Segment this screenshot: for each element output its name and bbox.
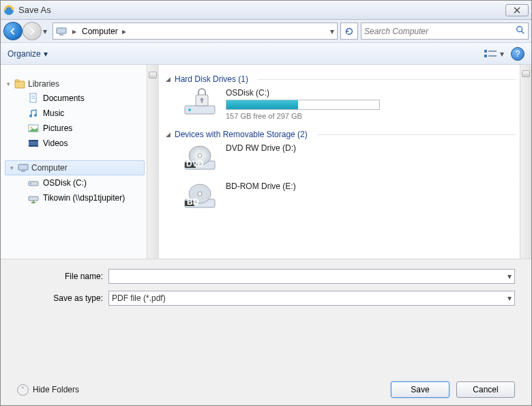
- sidebar-item-label: Documents: [43, 93, 85, 103]
- search-input[interactable]: [364, 27, 516, 36]
- chevron-up-icon: ˄: [17, 384, 29, 396]
- save-type-value: PDF file (*.pdf): [112, 293, 507, 303]
- sidebar-item-label: Tikowin (\\dsp1tjupiter): [43, 193, 125, 203]
- breadcrumb[interactable]: ▸ Computer ▸ ▾: [53, 23, 338, 40]
- sidebar-item-label: OSDisk (C:): [43, 178, 87, 188]
- ie-icon: [3, 5, 14, 16]
- hide-folders-label: Hide Folders: [33, 385, 79, 394]
- drive-osdisk[interactable]: OSDisk (C:) 157 GB free of 297 GB: [183, 88, 516, 120]
- collapse-toggle[interactable]: ◢: [166, 131, 171, 138]
- sidebar-item-label: Music: [43, 108, 64, 118]
- breadcrumb-location[interactable]: Computer: [79, 23, 121, 39]
- svg-rect-20: [29, 145, 38, 147]
- section-removable-storage[interactable]: ◢ Devices with Removable Storage (2): [166, 130, 516, 139]
- svg-rect-30: [201, 100, 203, 103]
- drive-bdrom[interactable]: BD BD-ROM Drive (E:): [183, 182, 516, 210]
- main-scrollbar[interactable]: [520, 65, 531, 259]
- refresh-icon: [344, 27, 354, 36]
- computer-label: Computer: [31, 163, 68, 173]
- breadcrumb-root-arrow[interactable]: ▸: [71, 23, 79, 39]
- sidebar-scrollbar[interactable]: [147, 65, 158, 259]
- documents-icon: [28, 93, 39, 104]
- hide-folders-button[interactable]: ˄Hide Folders: [17, 384, 79, 396]
- close-button[interactable]: [505, 4, 529, 16]
- svg-text:DVD: DVD: [186, 159, 204, 169]
- svg-rect-25: [29, 197, 38, 201]
- sidebar-item-videos[interactable]: Videos: [5, 136, 158, 151]
- cancel-button[interactable]: Cancel: [456, 381, 515, 398]
- sidebar-item-network-drive[interactable]: Tikowin (\\dsp1tjupiter): [5, 190, 158, 205]
- drive-dvd[interactable]: DVD DVD RW Drive (D:): [183, 143, 516, 172]
- capacity-bar: [226, 100, 380, 110]
- svg-text:BD: BD: [187, 197, 199, 207]
- svg-point-38: [198, 192, 202, 196]
- forward-button[interactable]: [23, 22, 42, 40]
- bd-icon: BD: [183, 182, 216, 210]
- section-title: Hard Disk Drives (1): [175, 74, 248, 84]
- history-dropdown[interactable]: ▾: [40, 27, 50, 36]
- libraries-label: Libraries: [28, 79, 59, 89]
- svg-rect-10: [15, 80, 19, 82]
- nav-row: ▾ ▸ Computer ▸ ▾: [1, 20, 531, 43]
- save-button[interactable]: Save: [391, 381, 449, 398]
- body: ▾ Libraries Documents Music Pictures Vid…: [1, 65, 531, 259]
- sidebar: ▾ Libraries Documents Music Pictures Vid…: [1, 65, 159, 259]
- hdd-locked-icon: [183, 88, 216, 117]
- dvd-icon: DVD: [183, 143, 216, 172]
- expand-toggle[interactable]: ▾: [5, 81, 12, 87]
- sidebar-item-pictures[interactable]: Pictures: [5, 121, 158, 136]
- title-bar: Save As: [1, 1, 531, 20]
- breadcrumb-arrow[interactable]: ▸: [121, 23, 129, 39]
- refresh-button[interactable]: [340, 23, 358, 40]
- back-button[interactable]: [3, 22, 23, 40]
- main-pane: ◢ Hard Disk Drives (1) OSDisk (C:) 157 G…: [159, 65, 531, 259]
- drive-name: BD-ROM Drive (E:): [226, 182, 296, 191]
- section-hard-disk-drives[interactable]: ◢ Hard Disk Drives (1): [166, 74, 516, 84]
- help-icon: ?: [516, 49, 520, 59]
- svg-point-14: [29, 115, 32, 117]
- drive-name: OSDisk (C:): [226, 88, 380, 98]
- hdd-icon: [28, 177, 39, 188]
- chevron-down-icon[interactable]: ▾: [507, 272, 512, 281]
- save-type-field[interactable]: PDF file (*.pdf) ▾: [108, 291, 515, 306]
- pictures-icon: [28, 123, 39, 134]
- file-name-field[interactable]: ▾: [108, 269, 515, 284]
- sidebar-computer-node[interactable]: ▾ Computer: [5, 160, 145, 175]
- computer-icon: [18, 162, 29, 173]
- computer-icon: [56, 26, 67, 37]
- svg-point-17: [31, 127, 33, 129]
- sidebar-item-label: Videos: [43, 139, 68, 148]
- save-type-label: Save as type:: [17, 293, 103, 303]
- sidebar-item-osdisk[interactable]: OSDisk (C:): [5, 175, 158, 190]
- chevron-down-icon: ▾: [500, 49, 504, 59]
- search-box[interactable]: [361, 23, 529, 40]
- help-button[interactable]: ?: [511, 47, 524, 61]
- organize-button[interactable]: Organize ▾: [8, 49, 48, 59]
- music-icon: [28, 108, 39, 119]
- svg-line-4: [522, 31, 524, 34]
- svg-rect-21: [18, 164, 28, 170]
- svg-rect-5: [484, 50, 487, 53]
- breadcrumb-dropdown[interactable]: ▾: [330, 27, 337, 36]
- search-icon[interactable]: [516, 25, 525, 37]
- collapse-toggle[interactable]: ◢: [166, 76, 171, 83]
- section-title: Devices with Removable Storage (2): [175, 130, 308, 139]
- bottom-panel: File name: ▾ Save as type: PDF file (*.p…: [1, 259, 531, 405]
- sidebar-libraries-node[interactable]: ▾ Libraries: [5, 77, 158, 91]
- sidebar-item-label: Pictures: [43, 124, 72, 133]
- svg-point-33: [198, 154, 202, 158]
- sidebar-item-documents[interactable]: Documents: [5, 91, 158, 106]
- videos-icon: [28, 138, 39, 149]
- expand-toggle[interactable]: ▾: [8, 164, 15, 171]
- view-mode-button[interactable]: ▾: [484, 48, 504, 59]
- organize-label: Organize: [8, 49, 41, 59]
- toolbar: Organize ▾ ▾ ?: [1, 43, 531, 65]
- file-name-label: File name:: [17, 272, 103, 281]
- network-drive-icon: [28, 192, 39, 203]
- svg-rect-1: [57, 28, 66, 33]
- window-title: Save As: [18, 5, 505, 15]
- sidebar-item-music[interactable]: Music: [5, 106, 158, 121]
- svg-rect-6: [488, 50, 497, 52]
- chevron-down-icon[interactable]: ▾: [507, 293, 512, 303]
- svg-rect-19: [29, 140, 38, 141]
